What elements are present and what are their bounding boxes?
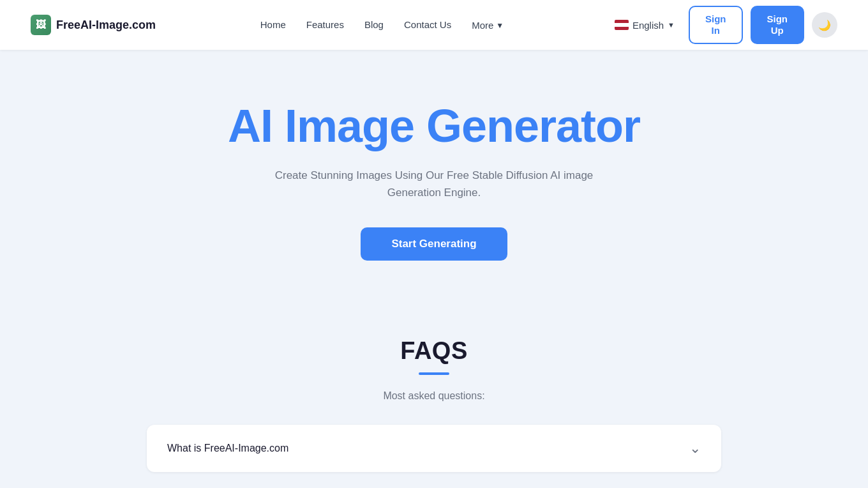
navbar: 🖼 FreeAI-Image.com Home Features Blog Co…: [0, 0, 868, 50]
us-flag-icon: [615, 20, 629, 30]
theme-toggle-icon: 🌙: [818, 19, 831, 31]
sign-in-label: Sign In: [705, 13, 726, 36]
sign-up-label: Sign Up: [767, 13, 788, 36]
nav-contact-link[interactable]: Contact Us: [404, 19, 451, 30]
nav-links: Home Features Blog Contact Us: [260, 19, 451, 31]
nav-item-features[interactable]: Features: [306, 19, 344, 31]
hero-subtitle: Create Stunning Images Using Our Free St…: [255, 167, 613, 201]
faqs-title-underline: [419, 372, 449, 375]
faqs-container: What is FreeAI-Image.com: [147, 425, 721, 472]
sign-in-button[interactable]: Sign In: [689, 6, 743, 44]
nav-home-link[interactable]: Home: [260, 19, 286, 30]
faq-chevron-icon: [689, 440, 701, 457]
hero-section: AI Image Generator Create Stunning Image…: [0, 50, 868, 299]
logo-emoji: 🖼: [36, 19, 46, 31]
nav-features-link[interactable]: Features: [306, 19, 344, 30]
nav-item-home[interactable]: Home: [260, 19, 286, 31]
nav-right: English ▼ Sign In Sign Up 🌙: [608, 6, 837, 44]
nav-item-contact[interactable]: Contact Us: [404, 19, 451, 31]
faq-question: What is FreeAI-Image.com: [167, 443, 288, 454]
language-label: English: [632, 20, 664, 31]
logo-icon: 🖼: [31, 15, 51, 35]
nav-item-blog[interactable]: Blog: [364, 19, 384, 31]
start-generating-button[interactable]: Start Generating: [361, 227, 507, 261]
nav-center: Home Features Blog Contact Us More ▼: [260, 19, 504, 31]
faqs-subtitle: Most asked questions:: [383, 390, 484, 402]
nav-more-label: More: [472, 20, 493, 31]
sign-up-button[interactable]: Sign Up: [751, 6, 805, 44]
faqs-title: FAQS: [400, 337, 467, 365]
more-chevron-icon: ▼: [496, 21, 504, 30]
language-chevron-icon: ▼: [668, 21, 675, 29]
logo-link[interactable]: 🖼 FreeAI-Image.com: [31, 15, 156, 35]
hero-title: AI Image Generator: [228, 101, 640, 151]
nav-more-button[interactable]: More ▼: [472, 20, 504, 31]
faqs-section: FAQS Most asked questions: What is FreeA…: [0, 299, 868, 488]
language-selector[interactable]: English ▼: [608, 16, 681, 34]
faq-item[interactable]: What is FreeAI-Image.com: [147, 425, 721, 472]
theme-toggle-button[interactable]: 🌙: [812, 12, 837, 38]
start-generating-label: Start Generating: [391, 238, 476, 250]
nav-blog-link[interactable]: Blog: [364, 19, 384, 30]
logo-text: FreeAI-Image.com: [56, 19, 156, 32]
